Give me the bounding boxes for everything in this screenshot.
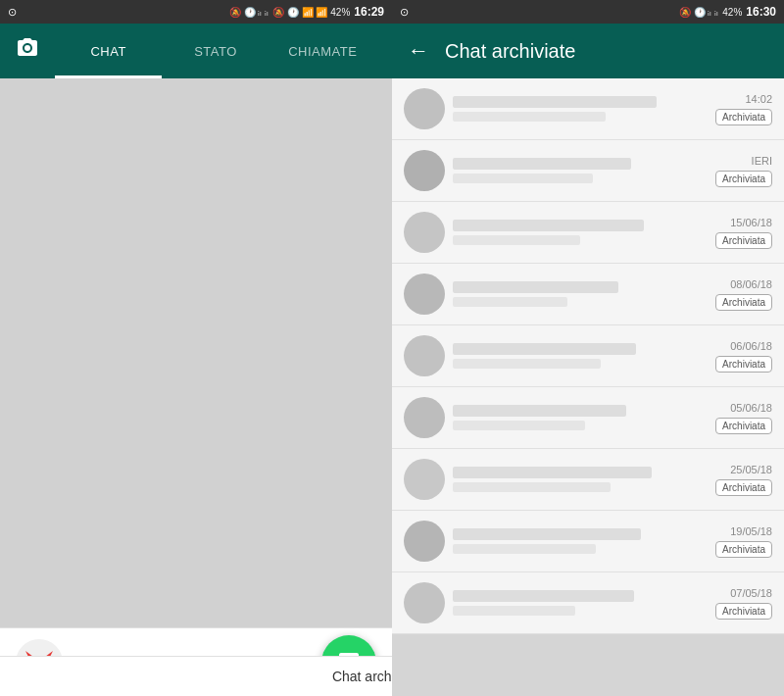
item-content bbox=[453, 528, 708, 554]
archived-badge: Archiviata bbox=[715, 109, 772, 125]
item-message bbox=[453, 235, 580, 245]
item-message bbox=[453, 606, 575, 616]
item-content bbox=[453, 281, 708, 307]
left-status-bar: ⊙ 🔕 🕐 ᵢₗ ᵢₗ 🔕 🕐 📶 📶 42% 16:29 bbox=[0, 0, 392, 24]
item-content bbox=[453, 220, 708, 245]
archived-list: 14:02 Archiviata IERI Archiviata bbox=[392, 78, 784, 696]
item-meta: 25/05/18 Archiviata bbox=[715, 464, 772, 496]
archived-badge: Archiviata bbox=[715, 356, 772, 373]
list-item[interactable]: 05/06/18 Archiviata bbox=[392, 387, 784, 449]
item-time: IERI bbox=[752, 155, 772, 167]
notification-icon: ⊙ bbox=[8, 6, 17, 19]
item-time: 14:02 bbox=[745, 93, 772, 105]
item-message bbox=[453, 297, 567, 307]
item-name bbox=[453, 96, 657, 108]
item-content bbox=[453, 96, 708, 122]
item-meta: 08/06/18 Archiviata bbox=[715, 278, 772, 311]
item-time: 19/05/18 bbox=[730, 525, 772, 537]
item-time: 05/06/18 bbox=[730, 402, 772, 414]
item-time: 06/06/18 bbox=[730, 340, 772, 352]
item-meta: 15/06/18 Archiviata bbox=[715, 217, 772, 249]
item-name bbox=[453, 467, 652, 478]
item-content bbox=[453, 590, 708, 616]
tab-chiamate[interactable]: CHIAMATE bbox=[270, 24, 376, 78]
avatar bbox=[404, 150, 445, 191]
status-bar-right-info: 🔕 🕐 ᵢₗ ᵢₗ 🔕 🕐 📶 📶 42% 16:29 bbox=[229, 5, 384, 19]
item-meta: 14:02 Archiviata bbox=[715, 93, 772, 125]
item-meta: 19/05/18 Archiviata bbox=[715, 525, 772, 558]
item-content bbox=[453, 158, 708, 183]
signal-icons: 🔕 🕐 ᵢₗ ᵢₗ bbox=[229, 7, 269, 18]
avatar bbox=[404, 397, 445, 438]
right-battery: 42% bbox=[722, 7, 742, 18]
archived-badge: Archiviata bbox=[715, 479, 772, 496]
item-name bbox=[453, 158, 631, 170]
item-content bbox=[453, 343, 708, 369]
tab-chat[interactable]: CHAT bbox=[55, 24, 162, 78]
time-left: 16:29 bbox=[354, 5, 384, 19]
camera-icon[interactable] bbox=[16, 36, 39, 66]
archived-badge: Archiviata bbox=[715, 171, 772, 187]
archived-title: Chat archiviate bbox=[445, 40, 575, 63]
avatar bbox=[404, 273, 445, 315]
item-name bbox=[453, 281, 618, 293]
item-content bbox=[453, 467, 708, 492]
avatar bbox=[404, 582, 445, 623]
right-status-bar: ⊙ 🔕 🕐 ᵢₗ ᵢₗ 42% 16:30 bbox=[392, 0, 784, 24]
item-meta: 06/06/18 Archiviata bbox=[715, 340, 772, 373]
item-message bbox=[453, 544, 596, 554]
list-item[interactable]: 14:02 Archiviata bbox=[392, 78, 784, 140]
item-meta: 07/05/18 Archiviata bbox=[715, 587, 772, 620]
archived-badge: Archiviata bbox=[715, 541, 772, 558]
list-item[interactable]: 15/06/18 Archiviata bbox=[392, 202, 784, 264]
right-signal-icons: 🔕 🕐 ᵢₗ ᵢₗ bbox=[679, 7, 718, 18]
status-bar-left-icons: ⊙ bbox=[8, 6, 17, 19]
chat-list-area bbox=[0, 78, 392, 627]
item-message bbox=[453, 359, 601, 369]
item-message bbox=[453, 482, 611, 492]
avatar bbox=[404, 521, 445, 562]
back-button[interactable]: ← bbox=[408, 38, 429, 64]
item-name bbox=[453, 405, 626, 417]
app-header-left: CHAT STATO CHIAMATE bbox=[0, 24, 392, 78]
tab-stato[interactable]: STATO bbox=[162, 24, 269, 78]
avatar bbox=[404, 459, 445, 500]
item-meta: IERI Archiviata bbox=[715, 155, 772, 187]
item-message bbox=[453, 112, 606, 122]
item-name bbox=[453, 343, 636, 355]
archived-badge: Archiviata bbox=[715, 232, 772, 249]
right-panel: ⊙ 🔕 🕐 ᵢₗ ᵢₗ 42% 16:30 ← Chat archiviate … bbox=[392, 0, 784, 696]
right-time: 16:30 bbox=[746, 5, 776, 19]
avatar bbox=[404, 335, 445, 376]
list-item[interactable]: 19/05/18 Archiviata bbox=[392, 511, 784, 572]
right-notification-icon: ⊙ bbox=[400, 6, 409, 18]
item-message bbox=[453, 174, 593, 183]
avatar bbox=[404, 88, 445, 129]
archived-badge: Archiviata bbox=[715, 294, 772, 311]
avatar bbox=[404, 212, 445, 253]
item-name bbox=[453, 528, 641, 540]
right-status-right: 🔕 🕐 ᵢₗ ᵢₗ 42% 16:30 bbox=[679, 5, 776, 19]
item-time: 25/05/18 bbox=[730, 464, 772, 475]
list-item[interactable]: 07/05/18 Archiviata bbox=[392, 572, 784, 634]
item-time: 15/06/18 bbox=[730, 217, 772, 228]
item-meta: 05/06/18 Archiviata bbox=[715, 402, 772, 434]
item-time: 08/06/18 bbox=[730, 278, 772, 290]
item-name bbox=[453, 590, 634, 602]
list-item[interactable]: 25/05/18 Archiviata bbox=[392, 449, 784, 511]
item-time: 07/05/18 bbox=[730, 587, 772, 599]
archived-header: ← Chat archiviate bbox=[392, 24, 784, 78]
left-panel: ⊙ 🔕 🕐 ᵢₗ ᵢₗ 🔕 🕐 📶 📶 42% 16:29 CHAT STA bbox=[0, 0, 392, 696]
item-message bbox=[453, 421, 585, 430]
tabs-container: CHAT STATO CHIAMATE bbox=[55, 24, 376, 78]
item-content bbox=[453, 405, 708, 430]
right-status-left: ⊙ bbox=[400, 6, 409, 19]
archived-badge: Archiviata bbox=[715, 603, 772, 620]
list-item[interactable]: 06/06/18 Archiviata bbox=[392, 325, 784, 387]
archived-badge: Archiviata bbox=[715, 418, 772, 434]
item-name bbox=[453, 220, 644, 231]
svg-point-0 bbox=[24, 45, 30, 51]
list-item[interactable]: 08/06/18 Archiviata bbox=[392, 264, 784, 325]
battery-left: 🔕 🕐 📶 📶 42% bbox=[272, 7, 350, 18]
list-item[interactable]: IERI Archiviata bbox=[392, 140, 784, 202]
